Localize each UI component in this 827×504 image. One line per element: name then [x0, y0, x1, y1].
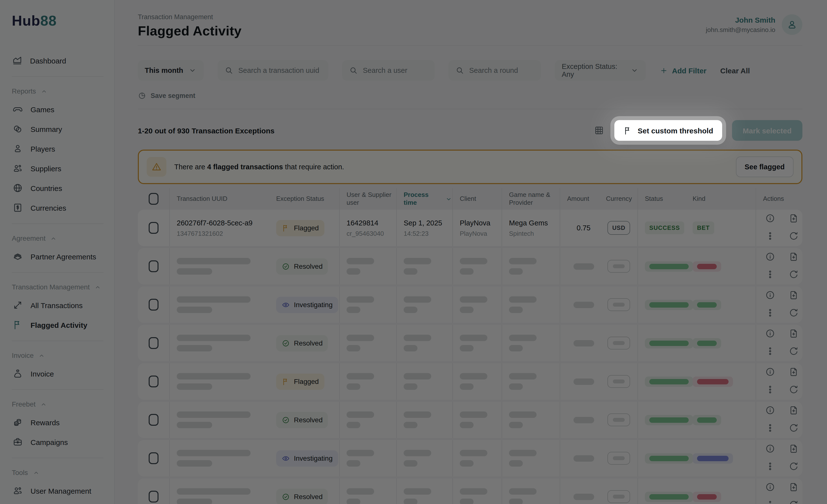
app-window: Hub88 Dashboard Reports Games Summary Pl… — [0, 0, 827, 504]
set-custom-threshold-button[interactable]: Set custom threshold — [615, 120, 722, 141]
spotlight-overlay — [0, 0, 827, 504]
flag-icon — [624, 126, 633, 135]
